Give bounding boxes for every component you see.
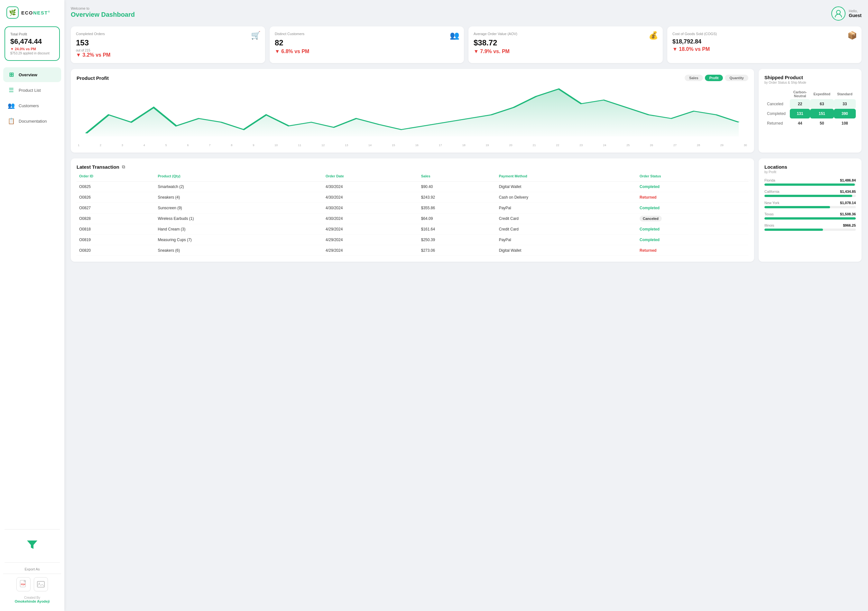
kpi-change-0: ▼ 3.2% vs PM xyxy=(76,52,260,58)
shipped-col-standard: Standard xyxy=(834,89,856,99)
location-value: $1,508.36 xyxy=(840,212,856,216)
sales-value: $243.92 xyxy=(418,192,496,203)
customers-icon: 👥 xyxy=(8,102,15,109)
table-row: O0828 Wireless Earbuds (1) 4/30/2024 $64… xyxy=(77,213,748,224)
x-label: 16 xyxy=(415,143,418,147)
x-label: 28 xyxy=(697,143,700,147)
sidebar: 🌿 ECONEST® Total Profit $6,474.44 ▼ 24.0… xyxy=(0,0,64,611)
status-badge: Canceled xyxy=(640,216,662,221)
sidebar-item-product-list[interactable]: ☰ Product List xyxy=(3,83,61,98)
shipped-row-label: Completed xyxy=(764,109,790,118)
payment-method: PayPal xyxy=(496,235,637,245)
order-status: Completed xyxy=(637,182,748,192)
order-id: O0825 xyxy=(77,182,155,192)
sidebar-item-overview[interactable]: ⊞ Overview xyxy=(3,67,61,82)
kpi-icon-2: 💰 xyxy=(649,31,658,40)
x-label: 23 xyxy=(580,143,583,147)
top-bar: Welcome to Overview Dashboard Hello, Gue… xyxy=(71,6,862,20)
sales-value: $273.06 xyxy=(418,245,496,256)
status-badge: Completed xyxy=(640,227,660,232)
chart-legend: Sales Profit Quantity xyxy=(685,75,748,81)
transactions-table: Order IDProduct (Qty)Order DateSalesPaym… xyxy=(77,174,748,256)
shipped-cell: 44 xyxy=(790,118,810,128)
filter-icon[interactable] xyxy=(25,537,39,552)
legend-profit[interactable]: Profit xyxy=(705,75,723,81)
sales-value: $250.39 xyxy=(418,235,496,245)
sidebar-label-documentation: Documentation xyxy=(19,119,46,124)
location-item: Illinois $966.25 xyxy=(764,224,856,231)
user-greeting: Hello, xyxy=(849,9,862,13)
order-status: Canceled xyxy=(637,213,748,224)
payment-method: Credit Card xyxy=(496,213,637,224)
x-label: 22 xyxy=(556,143,559,147)
location-bar-bg xyxy=(764,183,856,186)
location-label-row: New York $1,078.14 xyxy=(764,201,856,205)
kpi-value-3: $18,792.84 xyxy=(673,38,856,45)
x-label: 4 xyxy=(144,143,145,147)
trans-col-header: Product (Qty) xyxy=(155,174,323,182)
legend-quantity[interactable]: Quantity xyxy=(725,75,748,81)
shipped-row-label: Canceled xyxy=(764,99,790,109)
shipped-col-expedited: Expedited xyxy=(810,89,834,99)
nav-items: ⊞ Overview ☰ Product List 👥 Customers 📋 … xyxy=(0,67,64,525)
x-label: 8 xyxy=(231,143,232,147)
profit-card: Total Profit $6,474.44 ▼ 24.0% vs PM $75… xyxy=(5,26,60,61)
location-bar xyxy=(764,183,855,186)
kpi-change-1: ▼ 6.8% vs PM xyxy=(275,48,459,54)
export-pdf-button[interactable]: PDF xyxy=(16,577,31,591)
status-badge: Returned xyxy=(640,195,657,200)
documentation-icon: 📋 xyxy=(8,118,15,124)
location-name: Florida xyxy=(764,178,775,182)
location-bar-bg xyxy=(764,195,856,197)
locations-card: Locations by Profit Florida $1,486.84 Ca… xyxy=(759,159,862,262)
x-label: 29 xyxy=(720,143,724,147)
profit-change: ▼ 24.0% vs PM xyxy=(10,47,54,51)
location-bar xyxy=(764,195,852,197)
profit-chart-svg xyxy=(77,85,748,143)
location-value: $1,486.84 xyxy=(840,178,856,182)
location-name: Illinois xyxy=(764,224,774,227)
kpi-customers: Distinct Customers 82 ▼ 6.8% vs PM 👥 xyxy=(270,26,464,63)
location-bar xyxy=(764,229,823,231)
export-image-button[interactable] xyxy=(34,577,48,591)
kpi-completed-orders: Completed Orders 153 out of 215 ▼ 3.2% v… xyxy=(71,26,265,63)
order-date: 4/30/2024 xyxy=(323,203,418,213)
trans-col-header: Order Status xyxy=(637,174,748,182)
kpi-icon-3: 📦 xyxy=(848,31,857,40)
svg-text:PDF: PDF xyxy=(21,583,26,586)
sidebar-divider-1 xyxy=(5,529,60,530)
external-link-icon[interactable]: ⧉ xyxy=(122,164,125,169)
location-value: $1,078.14 xyxy=(840,201,856,205)
shipped-cell: 33 xyxy=(834,99,856,109)
welcome-text: Welcome to xyxy=(71,6,135,10)
product-qty: Smartwatch (2) xyxy=(155,182,323,192)
x-label: 17 xyxy=(439,143,442,147)
kpi-change-3: ▼ 18.0% vs PM xyxy=(673,47,856,52)
location-item: California $1,434.85 xyxy=(764,190,856,197)
location-bar xyxy=(764,206,830,208)
kpi-sub-0: out of 215 xyxy=(76,48,260,52)
location-bar xyxy=(764,217,856,219)
product-profit-chart: Product Profit Sales Profit Quantity xyxy=(71,69,754,152)
export-divider xyxy=(3,574,61,574)
order-date: 4/30/2024 xyxy=(323,182,418,192)
status-badge: Completed xyxy=(640,238,660,242)
sidebar-item-documentation[interactable]: 📋 Documentation xyxy=(3,113,61,129)
sales-value: $161.64 xyxy=(418,224,496,235)
chart-header: Product Profit Sales Profit Quantity xyxy=(77,75,748,81)
x-label: 24 xyxy=(603,143,606,147)
export-buttons: PDF xyxy=(3,577,61,591)
location-item: Florida $1,486.84 xyxy=(764,178,856,186)
user-name: Guest xyxy=(849,13,862,18)
legend-sales[interactable]: Sales xyxy=(685,75,703,81)
order-id: O0827 xyxy=(77,203,155,213)
logo: 🌿 ECONEST® xyxy=(0,6,64,26)
x-label: 18 xyxy=(462,143,465,147)
kpi-label-0: Completed Orders xyxy=(76,31,260,36)
order-status: Returned xyxy=(637,192,748,203)
kpi-value-0: 153 xyxy=(76,38,260,47)
product-qty: Measuring Cups (7) xyxy=(155,235,323,245)
shipped-row-label: Returned xyxy=(764,118,790,128)
sidebar-item-customers[interactable]: 👥 Customers xyxy=(3,98,61,113)
x-label: 26 xyxy=(650,143,653,147)
